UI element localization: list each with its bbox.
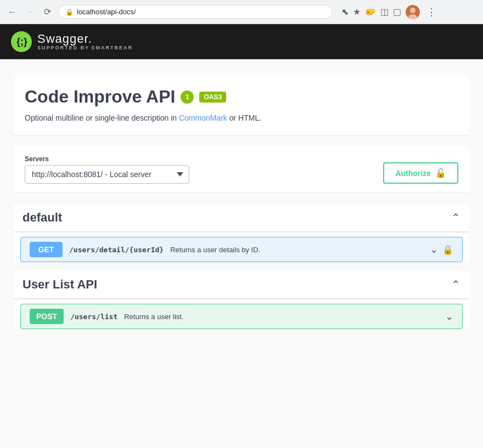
back-button[interactable]: ← [5,5,19,19]
api-title-section: Code Improve API 1 OAS3 Optional multili… [14,76,469,135]
commonmark-link[interactable]: CommonMark [179,114,227,122]
api-description-prefix: Optional multiline or single-line descri… [25,114,179,122]
endpoint-row-post-users-list[interactable]: POST /users/list Returns a user list. ⌄ [20,304,463,329]
endpoint-actions-users-detail: ⌄ 🔒 [430,243,453,256]
swagger-logo-icon: {;} [11,31,32,52]
swagger-logo-text: Swagger. Supported by SMARTBEAR [37,33,133,50]
address-bar[interactable]: 🔒 localhost/api-docs/ [58,5,333,19]
lock-open-icon: 🔓 [435,168,446,178]
swagger-logo: {;} Swagger. Supported by SMARTBEAR [11,31,133,52]
api-group-header-default[interactable]: default ⌃ [14,204,469,232]
share-icon[interactable]: ⬉ [341,7,349,17]
servers-section: Servers http://localhost:8081/ - Local s… [14,146,469,193]
swagger-header: {;} Swagger. Supported by SMARTBEAR [0,24,483,59]
api-group-title-default: default [23,211,62,225]
cast-icon[interactable]: ◫ [380,7,389,17]
api-description: Optional multiline or single-line descri… [25,112,458,124]
secure-icon: 🔒 [65,8,74,16]
endpoint-desc-users-detail: Returns a user details by ID. [170,246,423,254]
browser-chrome: ← → ⟳ 🔒 localhost/api-docs/ ⬉ ★ 🤛 ◫ ▢ ⋮ [0,0,483,24]
forward-button[interactable]: → [23,5,36,19]
svg-point-1 [410,8,415,13]
servers-select-wrapper: Servers http://localhost:8081/ - Local s… [25,155,189,184]
url-text: localhost/api-docs/ [77,8,136,16]
oas3-badge: OAS3 [199,92,226,103]
api-title-row: Code Improve API 1 OAS3 [25,87,458,107]
group-divider-default [14,232,469,232]
method-badge-post: POST [30,309,64,324]
endpoint-desc-users-list: Returns a user list. [124,313,439,321]
endpoint-chevron-users-list[interactable]: ⌄ [445,310,453,322]
authorize-label: Authorize [395,169,431,178]
chevron-up-icon-default: ⌃ [451,211,460,224]
bookmark-icon[interactable]: ★ [353,7,361,17]
svg-text:{;}: {;} [16,36,27,47]
method-badge-get: GET [30,242,63,257]
endpoint-row-get-users-detail[interactable]: GET /users/detail/{userId} Returns a use… [20,237,463,262]
version-badge: 1 [181,90,194,104]
browser-actions: ⬉ ★ 🤛 ◫ ▢ [341,7,401,17]
swagger-sub-label: Supported by SMARTBEAR [37,45,133,50]
servers-label: Servers [25,155,189,163]
authorize-button[interactable]: Authorize 🔓 [383,162,458,184]
swagger-main-label: Swagger. [37,33,133,45]
api-description-suffix: or HTML. [227,114,261,122]
api-group-user-list: User List API ⌃ POST /users/list Returns… [14,271,469,329]
group-divider-user-list [14,299,469,299]
endpoint-actions-users-list: ⌄ [445,310,453,322]
api-group-title-user-list: User List API [23,277,97,292]
api-group-header-user-list[interactable]: User List API ⌃ [14,271,469,299]
extensions-icon[interactable]: 🤛 [365,7,376,17]
api-group-default: default ⌃ GET /users/detail/{userId} Ret… [14,204,469,262]
tab-icon[interactable]: ▢ [393,7,401,17]
endpoint-lock-users-detail[interactable]: 🔒 [442,245,453,255]
browser-menu-icon[interactable]: ⋮ [426,6,436,18]
servers-dropdown[interactable]: http://localhost:8081/ - Local server [25,165,189,184]
main-content: Code Improve API 1 OAS3 Optional multili… [3,59,480,354]
reload-button[interactable]: ⟳ [41,5,54,19]
api-title: Code Improve API [25,87,175,107]
user-profile-avatar[interactable] [406,5,420,19]
endpoint-chevron-users-detail[interactable]: ⌄ [430,243,438,256]
endpoint-path-users-detail: /users/detail/{userId} [69,246,164,254]
endpoint-path-users-list: /users/list [70,313,117,321]
chevron-up-icon-user-list: ⌃ [451,278,460,291]
api-groups-container: default ⌃ GET /users/detail/{userId} Ret… [14,204,469,329]
